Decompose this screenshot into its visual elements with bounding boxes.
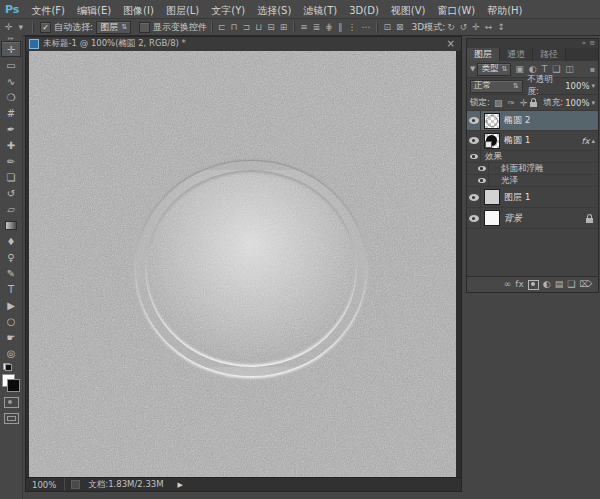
show-transform-checkbox[interactable] <box>139 22 150 33</box>
eyedropper-tool[interactable]: ✒ <box>1 121 21 137</box>
move-tool[interactable]: ✛ <box>1 41 21 57</box>
3d-slide-icon[interactable]: ↔ <box>483 20 495 34</box>
screen-mode-button[interactable] <box>4 413 19 424</box>
layer-thumbnail[interactable] <box>484 210 500 226</box>
3d-drag-icon[interactable]: ✛ <box>470 20 482 34</box>
auto-align-layers-icon[interactable]: ⊡ <box>381 20 393 34</box>
distribute-bottom-edges-icon[interactable]: ⋕ <box>323 20 335 34</box>
opacity-field[interactable]: 100% ▾ <box>565 79 595 93</box>
visibility-toggle[interactable] <box>475 175 489 186</box>
close-icon[interactable]: × <box>441 37 461 51</box>
add-layer-mask-icon[interactable] <box>528 280 539 290</box>
lock-transparency-icon[interactable]: ▨ <box>492 96 505 110</box>
layer-row[interactable]: 椭圆 1fx▴ <box>467 131 598 151</box>
crop-tool[interactable]: # <box>1 105 21 121</box>
align-top-edges-icon[interactable]: ⊔ <box>253 20 264 34</box>
type-tool[interactable]: T <box>1 281 21 297</box>
hand-tool[interactable]: ☛ <box>1 329 21 345</box>
align-vertical-centers-icon[interactable]: ⊟ <box>265 20 277 34</box>
layer-row[interactable]: 椭圆 2 <box>467 111 598 131</box>
align-bottom-edges-icon[interactable]: ⊞ <box>278 20 290 34</box>
auto-select-target-dropdown[interactable]: 图层 ⇅ <box>96 21 131 34</box>
zoom-tool[interactable]: ◎ <box>1 345 21 361</box>
panel-tab-3[interactable]: 路径 <box>533 48 566 61</box>
auto-select-checkbox[interactable]: ✓ <box>40 22 51 33</box>
layer-name[interactable]: 椭圆 1 <box>504 134 531 147</box>
panel-menu-icon[interactable]: ≡ <box>589 39 595 48</box>
status-menu-arrow-icon[interactable]: ▶ <box>174 481 187 489</box>
delete-layer-icon[interactable]: ⌦ <box>579 277 592 292</box>
dodge-tool[interactable]: ♀ <box>1 249 21 265</box>
quick-selection-tool[interactable]: ❍ <box>1 89 21 105</box>
filter-toggle-icon[interactable]: ▪ <box>590 65 595 74</box>
shape-tool[interactable]: ○ <box>1 313 21 329</box>
panel-tab-1[interactable]: 图层 <box>467 48 500 61</box>
link-layers-icon[interactable]: ∞ <box>504 277 512 292</box>
visibility-toggle[interactable] <box>467 111 481 130</box>
align-horizontal-centers-icon[interactable]: ⊓ <box>229 20 240 34</box>
gradient-tool[interactable] <box>1 217 21 233</box>
menu-item-2[interactable]: 编辑(E) <box>71 5 117 16</box>
layer-thumbnail[interactable] <box>484 133 500 149</box>
blur-tool[interactable]: ♦ <box>1 233 21 249</box>
layer-name[interactable]: 背景 <box>504 212 522 225</box>
layer-row[interactable]: 背景 <box>467 208 598 229</box>
filter-smart-objects-icon[interactable]: ◫ <box>563 62 576 76</box>
document-tab-bar[interactable]: 未标题-1 @ 100%(椭圆 2, RGB/8) * × <box>26 37 461 52</box>
align-left-edges-icon[interactable]: ⊏ <box>216 20 228 34</box>
menu-item-9[interactable]: 视图(V) <box>385 5 432 16</box>
default-colors-icon[interactable] <box>3 363 12 371</box>
eraser-tool[interactable]: ▱ <box>1 201 21 217</box>
layer-name[interactable]: 椭圆 2 <box>504 114 531 127</box>
collapse-panels-icon[interactable]: » <box>582 39 586 48</box>
pen-tool[interactable]: ✎ <box>1 265 21 281</box>
menu-item-4[interactable]: 图层(L) <box>160 5 205 16</box>
canvas[interactable] <box>29 51 456 480</box>
filter-kind-dropdown[interactable]: 类型 ⇅ <box>477 63 511 76</box>
blend-mode-dropdown[interactable]: 正常 ⇅ <box>470 80 523 93</box>
layer-name[interactable]: 图层 1 <box>504 191 531 204</box>
3d-roll-icon[interactable]: ↺ <box>458 20 470 34</box>
clone-stamp-tool[interactable]: ❏ <box>1 169 21 185</box>
fill-field[interactable]: 100% ▾ <box>565 96 595 110</box>
layer-thumbnail[interactable] <box>484 189 500 205</box>
effect-item-row[interactable]: 光泽 <box>467 175 598 187</box>
lock-all-icon[interactable] <box>530 102 537 107</box>
new-group-icon[interactable]: ▤ <box>555 277 564 292</box>
lock-position-icon[interactable]: ✛ <box>518 96 530 110</box>
menu-item-11[interactable]: 帮助(H) <box>481 5 528 16</box>
layer-row[interactable]: 图层 1 <box>467 187 598 208</box>
visibility-toggle[interactable] <box>467 208 481 228</box>
lasso-tool[interactable]: ∿ <box>1 73 21 89</box>
menu-item-8[interactable]: 3D(D) <box>343 5 385 16</box>
effects-row[interactable]: 效果 <box>467 151 598 163</box>
menu-item-7[interactable]: 滤镜(T) <box>297 5 343 16</box>
panel-tab-2[interactable]: 通道 <box>500 48 533 61</box>
distribute-vertical-centers-icon[interactable]: ≣ <box>311 20 323 34</box>
menu-item-5[interactable]: 文字(Y) <box>205 5 251 16</box>
distribute-top-edges-icon[interactable]: ≡ <box>298 20 310 34</box>
layer-thumbnail[interactable] <box>484 113 500 129</box>
lock-pixels-icon[interactable]: ✑ <box>505 96 517 110</box>
menu-item-6[interactable]: 选择(S) <box>251 5 297 16</box>
distribute-left-edges-icon[interactable]: ∥ <box>336 20 345 34</box>
background-color-swatch[interactable] <box>7 379 20 392</box>
3d-scale-icon[interactable]: ↕ <box>495 20 507 34</box>
fx-collapse-icon[interactable]: ▴ <box>591 137 598 145</box>
adjustment-layer-icon[interactable]: ◐ <box>543 277 551 292</box>
effect-item-row[interactable]: 斜面和浮雕 <box>467 163 598 175</box>
menu-item-1[interactable]: 文件(F) <box>25 5 71 16</box>
distribute-right-edges-icon[interactable]: ⋯ <box>359 20 372 34</box>
filter-pixel-layers-icon[interactable]: ▣ <box>513 62 526 76</box>
history-brush-tool[interactable]: ↺ <box>1 185 21 201</box>
healing-brush-tool[interactable]: ✚ <box>1 137 21 153</box>
visibility-toggle[interactable] <box>467 131 481 150</box>
path-selection-tool[interactable]: ▶ <box>1 297 21 313</box>
brush-tool[interactable]: ✏ <box>1 153 21 169</box>
3d-rotate-icon[interactable]: ↻ <box>445 20 457 34</box>
visibility-toggle[interactable] <box>467 151 481 162</box>
marquee-tool[interactable]: ▭ <box>1 57 21 73</box>
new-layer-icon[interactable]: ❑ <box>567 277 575 292</box>
auto-blend-icon[interactable]: ⊠ <box>394 20 406 34</box>
tool-preset-picker[interactable]: ✛ ▾ <box>0 20 28 34</box>
